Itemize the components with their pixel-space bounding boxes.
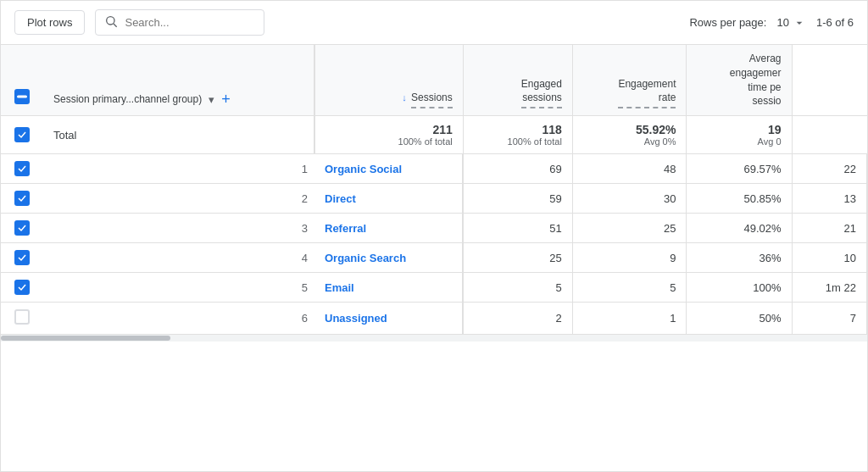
- row-engaged-sessions: 25: [572, 214, 687, 243]
- row-checkbox[interactable]: [14, 220, 30, 236]
- row-engagement-rate: 49.02%: [687, 214, 792, 243]
- row-sessions: 5: [463, 273, 572, 303]
- row-engaged-sessions: 9: [572, 243, 687, 273]
- row-sessions: 69: [463, 154, 572, 184]
- row-dimension: Email: [314, 273, 463, 303]
- row-number: 6: [43, 303, 314, 335]
- row-sessions: 59: [463, 184, 572, 214]
- svg-point-0: [107, 17, 114, 25]
- row-number: 5: [43, 273, 314, 303]
- dimension-link[interactable]: Direct: [325, 192, 356, 205]
- row-engaged-sessions: 30: [572, 184, 687, 214]
- row-checkbox[interactable]: [14, 280, 30, 295]
- pagination-label: 1-6 of 6: [816, 16, 854, 29]
- horizontal-scrollbar[interactable]: [1, 335, 867, 342]
- row-checkbox-cell: [1, 243, 43, 273]
- row-checkbox[interactable]: [14, 250, 30, 265]
- table-row: 6Unassigned2150%7: [1, 303, 867, 335]
- row-checkbox-cell: [1, 184, 43, 214]
- row-engagement-rate: 36%: [687, 243, 792, 273]
- row-checkbox[interactable]: [14, 309, 30, 325]
- row-dimension: Referral: [314, 214, 463, 243]
- header-engagement-rate: Engagementrate: [572, 45, 687, 116]
- add-column-button[interactable]: +: [221, 91, 231, 108]
- total-sessions: 211 100% of total: [314, 116, 463, 154]
- data-table: Session primary...channel group) ▾ + ↓ S…: [1, 45, 867, 335]
- dimension-link[interactable]: Referral: [325, 222, 366, 235]
- search-icon: [104, 14, 118, 31]
- row-avg-engagement: 13: [792, 184, 866, 214]
- main-container: Plot rows Rows per page: 10 1-6 of 6: [0, 0, 868, 472]
- row-engaged-sessions: 5: [572, 273, 687, 303]
- row-avg-engagement: 7: [792, 303, 866, 335]
- header-checkbox: [1, 45, 43, 116]
- row-checkbox[interactable]: [14, 191, 30, 206]
- row-dimension: Direct: [314, 184, 463, 214]
- table-row: 1Organic Social694869.57%22: [1, 154, 867, 184]
- total-engaged: 118 100% of total: [463, 116, 572, 154]
- search-box: [95, 9, 264, 36]
- header-dimension: Session primary...channel group) ▾ +: [43, 45, 314, 116]
- row-avg-engagement: 22: [792, 154, 866, 184]
- total-label: Total: [43, 116, 314, 154]
- table-row: 2Direct593050.85%13: [1, 184, 867, 214]
- total-checkbox[interactable]: [14, 127, 30, 142]
- row-checkbox-cell: [1, 273, 43, 303]
- dimension-link[interactable]: Organic Search: [325, 252, 406, 264]
- total-row: Total 211 100% of total 118 100% of tota…: [1, 116, 867, 154]
- table-row: 5Email55100%1m 22: [1, 273, 867, 303]
- toolbar-left: Plot rows: [14, 9, 264, 36]
- row-number: 1: [43, 154, 314, 184]
- header-sessions: ↓ Sessions: [314, 45, 463, 116]
- row-number: 2: [43, 184, 314, 214]
- plot-rows-button[interactable]: Plot rows: [14, 10, 85, 35]
- scrollbar-thumb[interactable]: [1, 336, 170, 341]
- row-number: 4: [43, 243, 314, 273]
- select-all-checkbox[interactable]: [14, 89, 30, 104]
- toolbar: Plot rows Rows per page: 10 1-6 of 6: [1, 1, 867, 45]
- total-avg: 19 Avg 0: [687, 116, 792, 154]
- row-dimension: Unassigned: [314, 303, 463, 335]
- table-wrapper: Session primary...channel group) ▾ + ↓ S…: [1, 45, 867, 335]
- row-engagement-rate: 100%: [687, 273, 792, 303]
- row-avg-engagement: 21: [792, 214, 866, 243]
- row-engaged-sessions: 48: [572, 154, 687, 184]
- row-number: 3: [43, 214, 314, 243]
- row-sessions: 25: [463, 243, 572, 273]
- table-row: 3Referral512549.02%21: [1, 214, 867, 243]
- row-dimension: Organic Search: [314, 243, 463, 273]
- svg-line-1: [114, 24, 117, 27]
- row-checkbox-cell: [1, 303, 43, 335]
- header-engaged-sessions: Engagedsessions: [463, 45, 572, 116]
- dimension-filter-button[interactable]: ▾: [209, 93, 214, 106]
- row-dimension: Organic Social: [314, 154, 463, 184]
- row-avg-engagement: 10: [792, 243, 866, 273]
- table-header-row: Session primary...channel group) ▾ + ↓ S…: [1, 45, 867, 116]
- search-input[interactable]: [125, 16, 252, 29]
- table-row: 4Organic Search25936%10: [1, 243, 867, 273]
- total-rate: 55.92% Avg 0%: [572, 116, 687, 154]
- row-engaged-sessions: 1: [572, 303, 687, 335]
- row-checkbox-cell: [1, 214, 43, 243]
- header-avg-engagement: Averagengagemertime pesessio: [687, 45, 792, 116]
- sort-arrow-icon: ↓: [402, 92, 407, 103]
- rows-per-page-select[interactable]: 10: [776, 16, 805, 30]
- rows-per-page-label: Rows per page:: [689, 16, 766, 29]
- svg-rect-2: [17, 96, 27, 98]
- row-engagement-rate: 50.85%: [687, 184, 792, 214]
- row-sessions: 51: [463, 214, 572, 243]
- row-checkbox-cell: [1, 154, 43, 184]
- dimension-link[interactable]: Unassigned: [325, 312, 387, 325]
- dimension-link[interactable]: Email: [325, 281, 354, 294]
- toolbar-right: Rows per page: 10 1-6 of 6: [689, 16, 854, 30]
- row-avg-engagement: 1m 22: [792, 273, 866, 303]
- row-engagement-rate: 50%: [687, 303, 792, 335]
- total-checkbox-cell: [1, 116, 43, 154]
- row-checkbox[interactable]: [14, 161, 30, 176]
- row-engagement-rate: 69.57%: [687, 154, 792, 184]
- dimension-link[interactable]: Organic Social: [325, 163, 402, 175]
- row-sessions: 2: [463, 303, 572, 335]
